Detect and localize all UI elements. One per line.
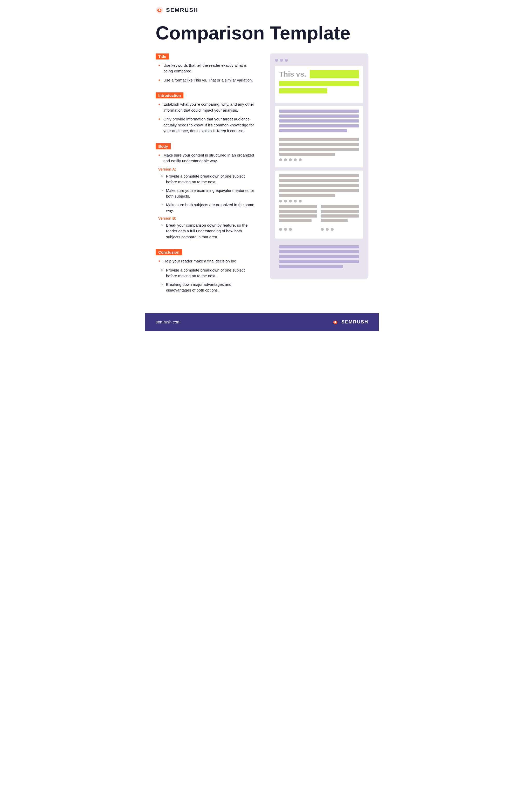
mockup-concl-purple-2 (279, 250, 359, 253)
conclusion-sub-item-2: Breaking down major advantages and disad… (161, 282, 257, 293)
mockup-two-col-dots (279, 225, 359, 233)
section-tag-title: Title (155, 53, 169, 60)
section-body: Body Make sure your content is structure… (155, 143, 257, 240)
version-a-item-2: Make sure you're examining equivalent fe… (161, 188, 257, 200)
conclusion-sub-item-1: Provide a complete breakdown of one subj… (161, 267, 257, 279)
mockup-tc-dot-5 (326, 228, 329, 231)
mockup-title-row: This vs. (279, 70, 359, 78)
page: SEMRUSH Comparison Template Title Use ke… (145, 0, 379, 331)
body-bullet-list: Make sure your content is structured in … (155, 153, 257, 164)
intro-bullet-list: Establish what you're comparing, why, an… (155, 101, 257, 134)
mockup-concl-purple-4 (279, 260, 359, 263)
mockup-tc-gray-3 (279, 214, 317, 218)
title-bullet-2: Use a format like This vs. That or a sim… (158, 77, 257, 83)
mockup-tc-dot-4 (321, 228, 324, 231)
mockup-gray-3 (279, 148, 359, 151)
mockup-tc-dot-6 (331, 228, 333, 231)
mockup-body-gray-4 (279, 189, 359, 192)
conclusion-sub-list: Provide a complete breakdown of one subj… (155, 267, 257, 293)
mockup-purple-4 (279, 124, 359, 127)
version-b-list: Break your comparison down by feature, s… (155, 222, 257, 240)
mockup-tc-gray-6 (321, 210, 359, 213)
mockup-body-gray-3 (279, 184, 359, 187)
mockup-dots-row-4 (321, 228, 359, 231)
mockup-tc-gray-7 (321, 214, 359, 218)
mockup-sm-dot-2 (284, 158, 287, 161)
mockup-sm-dot-8 (289, 200, 292, 203)
footer-semrush-logo-icon (331, 318, 339, 326)
section-introduction: Introduction Establish what you're compa… (155, 92, 257, 134)
mockup-concl-purple-3 (279, 255, 359, 258)
mockup-sm-dot-10 (299, 200, 302, 203)
mockup-dot-2 (280, 59, 283, 62)
conclusion-intro: Help your reader make a final decision b… (158, 258, 257, 264)
version-a-list: Provide a complete breakdown of one subj… (155, 173, 257, 214)
conclusion-bullet-list: Help your reader make a final decision b… (155, 258, 257, 264)
title-bullet-list: Use keywords that tell the reader exactl… (155, 63, 257, 83)
mockup-col-dots-left (279, 225, 317, 233)
title-bullet-1: Use keywords that tell the reader exactl… (158, 63, 257, 74)
mockup-body-gray-1 (279, 174, 359, 177)
mockup-concl-purple-1 (279, 245, 359, 249)
mockup-sm-dot-9 (294, 200, 297, 203)
mockup-green-line-2 (279, 88, 327, 93)
footer-logo-text: SEMRUSH (341, 319, 369, 325)
mockup-conclusion-block (275, 242, 363, 274)
footer: semrush.com SEMRUSH (145, 313, 379, 331)
mockup-col-dots-right (321, 225, 359, 233)
mockup-tc-gray-2 (279, 210, 317, 213)
mockup-tc-gray-1 (279, 205, 317, 208)
mockup-body-gray-5 (279, 194, 335, 197)
mockup-container: This vs. (270, 53, 369, 279)
mockup-purple-5 (279, 129, 347, 132)
mockup-dot-3 (285, 59, 288, 62)
intro-bullet-1: Establish what you're comparing, why, an… (158, 101, 257, 113)
mockup-green-line-1 (279, 81, 359, 86)
left-column: Title Use keywords that tell the reader … (155, 53, 257, 303)
intro-bullet-2: Only provide information that your targe… (158, 116, 257, 134)
section-tag-conclusion: Conclusion (155, 249, 182, 255)
mockup-this-vs-text: This vs. (279, 70, 306, 78)
mockup-purple-2 (279, 114, 359, 117)
version-b-item-1: Break your comparison down by feature, s… (161, 222, 257, 240)
mockup-col-left-1 (279, 205, 317, 224)
mockup-two-col-1 (279, 205, 359, 224)
mockup-sm-dot-5 (299, 158, 302, 161)
mockup-tc-gray-5 (321, 205, 359, 208)
mockup-concl-purple-5 (279, 265, 343, 268)
mockup-window-dots (275, 59, 363, 62)
footer-url: semrush.com (155, 320, 181, 324)
mockup-dots-row-3 (279, 228, 317, 231)
section-tag-body: Body (155, 143, 171, 149)
footer-logo: SEMRUSH (331, 318, 369, 326)
mockup-sm-dot-3 (289, 158, 292, 161)
mockup-divider-1 (279, 134, 359, 138)
mockup-gray-1 (279, 138, 359, 141)
mockup-sm-dot-6 (279, 200, 282, 203)
version-a-item-1: Provide a complete breakdown of one subj… (161, 173, 257, 185)
mockup-tc-gray-4 (279, 219, 312, 222)
mockup-green-title-bar (310, 70, 359, 78)
mockup-gray-2 (279, 143, 359, 146)
mockup-body-gray-2 (279, 179, 359, 182)
mockup-col-right-1 (321, 205, 359, 224)
content-area: Title Use keywords that tell the reader … (145, 53, 379, 303)
version-a-item-3: Make sure both subjects are organized in… (161, 202, 257, 214)
mockup-intro-block (275, 106, 363, 168)
section-title: Title Use keywords that tell the reader … (155, 53, 257, 83)
mockup-dots-row-2 (279, 200, 359, 203)
mockup-title-block: This vs. (275, 66, 363, 103)
mockup-dots-row-1 (279, 158, 359, 161)
header: SEMRUSH (145, 0, 379, 18)
logo-text: SEMRUSH (166, 7, 198, 14)
body-bullet-1: Make sure your content is structured in … (158, 153, 257, 164)
mockup-purple-3 (279, 120, 359, 123)
mockup-gray-4 (279, 153, 335, 156)
mockup-sm-dot-4 (294, 158, 297, 161)
mockup-tc-gray-8 (321, 219, 348, 222)
semrush-logo-icon (155, 6, 163, 14)
mockup-sm-dot-7 (284, 200, 287, 203)
svg-point-2 (334, 321, 337, 323)
mockup-tc-dot-2 (284, 228, 287, 231)
mockup-two-col-area (279, 205, 359, 233)
